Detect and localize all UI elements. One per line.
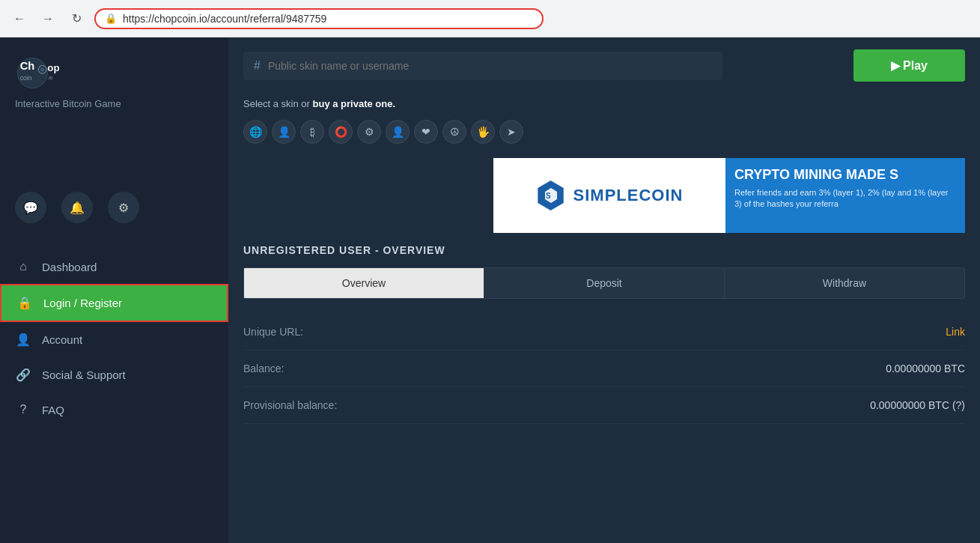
skin-icon-5[interactable]: ⚙ <box>357 120 381 144</box>
gear-icon: ⚙ <box>118 201 129 215</box>
faq-icon: ? <box>15 403 31 416</box>
logo-subtitle: Interactive Bitcoin Game <box>15 98 121 109</box>
top-bar: # ▶ Play <box>228 37 980 94</box>
chat-icon-btn[interactable]: 💬 <box>15 192 46 223</box>
bell-icon: 🔔 <box>70 201 85 215</box>
sidebar-item-dashboard[interactable]: ⌂ Dashboard <box>0 249 228 284</box>
play-label: ▶ Play <box>891 58 928 73</box>
social-label: Social & Support <box>42 368 126 381</box>
address-bar-wrapper: 🔒 <box>94 8 544 29</box>
account-icon: 👤 <box>15 333 31 347</box>
svg-text:coin: coin <box>20 75 32 82</box>
skin-icons-row: 🌐 👤 ₿ ⭕ ⚙ 👤 ❤ ☮ 🖐 ➤ <box>228 117 980 154</box>
skin-icon-1[interactable]: 🌐 <box>243 120 267 144</box>
url-value[interactable]: Link <box>946 326 965 338</box>
skin-icon-2[interactable]: 👤 <box>272 120 296 144</box>
skin-select-row: Select a skin or buy a private one. <box>228 94 980 117</box>
svg-point-4 <box>40 67 44 71</box>
forward-button[interactable]: → <box>37 8 58 29</box>
svg-text:Ch: Ch <box>20 60 35 72</box>
provisional-label: Provisional balance: <box>243 399 337 411</box>
link-icon: 🔗 <box>15 368 31 382</box>
tab-withdraw[interactable]: Withdraw <box>725 268 964 298</box>
simplecoin-hex-icon: S <box>536 181 566 210</box>
skin-icon-7[interactable]: ❤ <box>414 120 438 144</box>
dashboard-label: Dashboard <box>42 261 97 273</box>
sidebar-actions: 💬 🔔 ⚙ <box>0 181 228 234</box>
sidebar-item-account[interactable]: 👤 Account <box>0 322 228 357</box>
tab-deposit[interactable]: Deposit <box>484 268 725 298</box>
settings-icon-btn[interactable]: ⚙ <box>108 192 139 223</box>
chat-icon: 💬 <box>23 201 38 215</box>
skin-search-input[interactable] <box>268 60 712 72</box>
home-icon: ⌂ <box>15 260 31 273</box>
balance-label: Balance: <box>243 362 284 374</box>
sidebar: Ch coin op .io Interactive Bitcoin Game … <box>0 37 228 543</box>
skin-icon-9[interactable]: 🖐 <box>471 120 495 144</box>
balance-value: 0.00000000 BTC <box>886 362 965 374</box>
refresh-button[interactable]: ↻ <box>66 8 87 29</box>
faq-label: FAQ <box>42 404 64 416</box>
svg-text:op: op <box>47 63 59 74</box>
notifications-icon-btn[interactable]: 🔔 <box>61 192 93 223</box>
simplecoin-text: SIMPLECOIN <box>573 186 684 205</box>
ad-row: S SIMPLECOIN CRYPTO MINING MADE S Refer … <box>243 158 965 233</box>
sidebar-nav: ⌂ Dashboard 🔒 Login / Register 👤 Account… <box>0 249 228 543</box>
svg-text:S: S <box>546 192 551 200</box>
ad-headline: CRYPTO MINING MADE S <box>734 167 956 183</box>
buy-skin-link[interactable]: buy a private one. <box>313 98 396 109</box>
main-content: # ▶ Play Select a skin or buy a private … <box>228 37 980 543</box>
logo-svg: Ch coin op .io <box>15 52 75 94</box>
skin-icon-10[interactable]: ➤ <box>499 120 523 144</box>
chopcoin-logo: Ch coin op .io <box>15 52 75 94</box>
search-bar: # <box>243 52 722 80</box>
tabs-row: Overview Deposit Withdraw <box>243 267 965 299</box>
simplecoin-svg: S <box>542 186 560 204</box>
skin-icon-8[interactable]: ☮ <box>442 120 466 144</box>
skin-icon-6[interactable]: 👤 <box>386 120 410 144</box>
logo-area: Ch coin op .io Interactive Bitcoin Game <box>0 37 228 121</box>
sidebar-item-social[interactable]: 🔗 Social & Support <box>0 357 228 392</box>
account-label: Account <box>42 333 82 346</box>
simplecoin-logo: S SIMPLECOIN <box>536 181 684 210</box>
ad-description: Refer friends and earn 3% (layer 1), 2% … <box>734 187 956 210</box>
info-row-provisional: Provisional balance: 0.00000000 BTC (?) <box>243 387 965 424</box>
sidebar-item-login[interactable]: 🔒 Login / Register <box>0 284 228 322</box>
skin-icon-4[interactable]: ⭕ <box>329 120 353 144</box>
content-area: S SIMPLECOIN CRYPTO MINING MADE S Refer … <box>228 154 980 543</box>
app-container: Ch coin op .io Interactive Bitcoin Game … <box>0 37 980 543</box>
provisional-value: 0.00000000 BTC (?) <box>870 399 965 411</box>
skin-icon-3[interactable]: ₿ <box>300 120 324 144</box>
svg-text:.io: .io <box>47 75 52 80</box>
url-label: Unique URL: <box>243 326 303 338</box>
info-row-url: Unique URL: Link <box>243 314 965 351</box>
login-label: Login / Register <box>43 297 122 309</box>
lock-icon: 🔒 <box>105 13 117 24</box>
info-row-balance: Balance: 0.00000000 BTC <box>243 351 965 387</box>
skin-prompt: Select a skin or <box>243 98 310 109</box>
lock-nav-icon: 🔒 <box>16 296 33 310</box>
ad-white-section: S SIMPLECOIN <box>493 158 725 233</box>
ad-blue-section: CRYPTO MINING MADE S Refer friends and e… <box>725 158 965 233</box>
sidebar-item-faq[interactable]: ? FAQ <box>0 392 228 427</box>
tab-overview[interactable]: Overview <box>244 268 484 298</box>
play-button[interactable]: ▶ Play <box>853 49 965 82</box>
browser-chrome: ← → ↻ 🔒 <box>0 0 980 37</box>
hash-icon: # <box>254 59 261 73</box>
address-bar[interactable] <box>123 13 533 25</box>
section-title: UNREGISTERED USER - OVERVIEW <box>243 244 965 256</box>
back-button[interactable]: ← <box>9 8 30 29</box>
